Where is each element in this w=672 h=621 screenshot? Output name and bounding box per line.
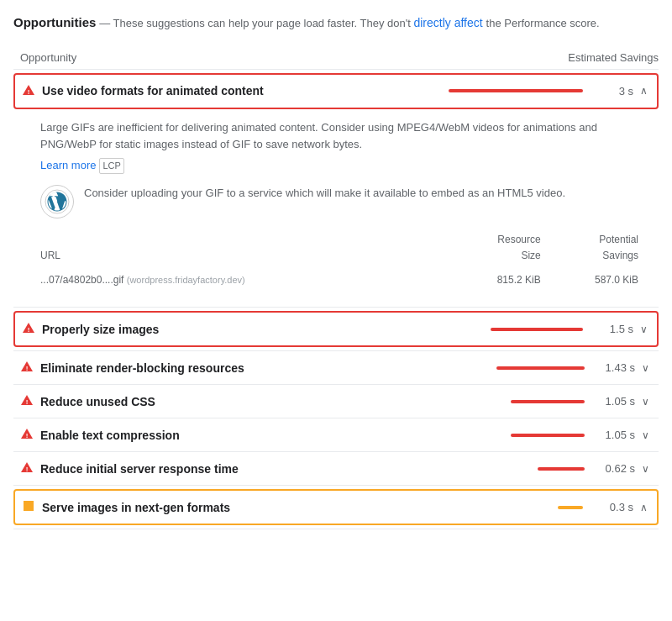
- expanded-description-video-formats: Large GIFs are inefficient for deliverin…: [40, 119, 645, 155]
- opportunity-group-text-compression: !Enable text compression1.05 s∨: [13, 418, 659, 452]
- opportunity-label-server-response: Reduce initial server response time: [40, 462, 417, 476]
- url-cell: ...07/a4802b0....gif (wordpress.fridayfa…: [40, 267, 449, 293]
- chevron-text-compression[interactable]: ∨: [638, 429, 652, 441]
- opportunity-col-header: Opportunity: [20, 51, 568, 64]
- savings-text-unused-css: 1.05 s: [598, 395, 635, 408]
- header-description2: the Performance score.: [486, 17, 600, 29]
- savings-bar-video-formats: [449, 89, 583, 92]
- opportunities-list: !Use video formats for animated content3…: [13, 73, 659, 530]
- wp-text: Consider uploading your GIF to a service…: [84, 185, 565, 202]
- savings-col-header: Estimated Savings: [568, 51, 659, 64]
- savings-bar-container-server-response: [417, 467, 585, 471]
- learn-more-row: Learn moreLCP: [40, 157, 645, 175]
- warning-icon-render-blocking: !: [20, 360, 34, 376]
- warning-icon-properly-size: !: [22, 321, 35, 337]
- savings-bar-container-video-formats: [415, 89, 583, 92]
- savings-bar-container-properly-size: [415, 328, 583, 331]
- header-dash: — These suggestions can help your page l…: [99, 17, 413, 29]
- savings-text-render-blocking: 1.43 s: [598, 361, 635, 374]
- svg-text:!: !: [26, 432, 29, 439]
- opportunity-row-text-compression[interactable]: !Enable text compression1.05 s∨: [13, 418, 659, 451]
- savings-bar-next-gen: [558, 506, 583, 509]
- header-title: Opportunities: [13, 15, 96, 29]
- url-domain: (wordpress.fridayfactory.dev): [127, 275, 245, 285]
- opportunity-row-render-blocking[interactable]: !Eliminate render-blocking resources1.43…: [13, 351, 659, 384]
- table-header-2: PotentialSavings: [548, 229, 645, 267]
- opportunity-row-next-gen[interactable]: Serve images in next-gen formats0.3 s∧: [13, 489, 659, 525]
- svg-text:!: !: [26, 365, 29, 372]
- savings-bar-text-compression: [511, 434, 585, 437]
- chevron-unused-css[interactable]: ∨: [638, 396, 652, 408]
- savings-bar-container-next-gen: [415, 506, 583, 509]
- wordpress-logo: [40, 185, 74, 218]
- expanded-content-video-formats: Large GIFs are inefficient for deliverin…: [13, 113, 659, 308]
- opportunity-group-unused-css: !Reduce unused CSS1.05 s∨: [13, 385, 659, 418]
- svg-rect-14: [24, 501, 34, 511]
- warning-icon-text-compression: !: [20, 427, 34, 443]
- savings-bar-container-render-blocking: [417, 366, 585, 370]
- opportunity-group-render-blocking: !Eliminate render-blocking resources1.43…: [13, 351, 659, 385]
- table-header-1: ResourceSize: [449, 229, 547, 267]
- chevron-properly-size[interactable]: ∨: [637, 324, 650, 335]
- opportunity-row-unused-css[interactable]: !Reduce unused CSS1.05 s∨: [13, 385, 659, 418]
- learn-more-link[interactable]: Learn more: [40, 159, 96, 171]
- opportunity-label-unused-css: Reduce unused CSS: [40, 395, 417, 408]
- url-table: URLResourceSizePotentialSavings...07/a48…: [40, 229, 645, 294]
- chevron-video-formats[interactable]: ∧: [637, 85, 650, 97]
- warning-icon-unused-css: !: [20, 393, 34, 409]
- savings-text-video-formats: 3 s: [596, 85, 633, 97]
- opportunity-row-video-formats[interactable]: !Use video formats for animated content3…: [13, 73, 659, 109]
- savings-text-text-compression: 1.05 s: [598, 429, 635, 441]
- opportunity-label-render-blocking: Eliminate render-blocking resources: [40, 361, 417, 375]
- warning-icon-next-gen: [22, 499, 35, 515]
- svg-text:!: !: [26, 466, 29, 473]
- opportunity-label-properly-size: Properly size images: [42, 323, 415, 336]
- opportunity-label-video-formats: Use video formats for animated content: [42, 84, 415, 97]
- svg-text:!: !: [28, 326, 30, 334]
- savings-bar-container-text-compression: [417, 434, 585, 437]
- wp-item: Consider uploading your GIF to a service…: [40, 185, 645, 218]
- opportunity-label-text-compression: Enable text compression: [40, 429, 417, 442]
- directly-affect-link[interactable]: directly affect: [413, 16, 482, 29]
- header: Opportunities — These suggestions can he…: [13, 13, 659, 33]
- url-filename: ...07/a4802b0....gif: [40, 274, 123, 286]
- chevron-render-blocking[interactable]: ∨: [638, 362, 652, 374]
- column-headers: Opportunity Estimated Savings: [13, 46, 659, 70]
- opportunity-group-properly-size: !Properly size images1.5 s∨: [13, 311, 659, 351]
- savings-text-properly-size: 1.5 s: [596, 323, 633, 335]
- savings-text-server-response: 0.62 s: [598, 462, 635, 475]
- resource-size-cell: 815.2 KiB: [449, 267, 547, 293]
- svg-text:!: !: [28, 88, 30, 96]
- warning-icon-server-response: !: [20, 460, 34, 476]
- opportunity-label-next-gen: Serve images in next-gen formats: [42, 501, 415, 514]
- savings-text-next-gen: 0.3 s: [596, 501, 633, 513]
- opportunity-group-next-gen: Serve images in next-gen formats0.3 s∧: [13, 489, 659, 529]
- chevron-server-response[interactable]: ∨: [638, 463, 652, 475]
- svg-text:!: !: [26, 398, 29, 406]
- opportunity-group-video-formats: !Use video formats for animated content3…: [13, 73, 659, 308]
- opportunity-group-server-response: !Reduce initial server response time0.62…: [13, 452, 659, 486]
- opportunity-row-properly-size[interactable]: !Properly size images1.5 s∨: [13, 311, 659, 347]
- potential-savings-cell: 587.0 KiB: [548, 267, 645, 293]
- savings-bar-container-unused-css: [417, 400, 585, 403]
- table-row: ...07/a4802b0....gif (wordpress.fridayfa…: [40, 267, 645, 293]
- savings-bar-unused-css: [511, 400, 585, 403]
- chevron-next-gen[interactable]: ∧: [637, 502, 650, 513]
- savings-bar-properly-size: [491, 328, 583, 331]
- lcp-badge: LCP: [99, 158, 123, 175]
- opportunity-row-server-response[interactable]: !Reduce initial server response time0.62…: [13, 452, 659, 485]
- warning-icon-video-formats: !: [22, 83, 35, 99]
- savings-bar-render-blocking: [496, 366, 585, 370]
- table-header-0: URL: [40, 229, 449, 267]
- savings-bar-server-response: [538, 467, 585, 471]
